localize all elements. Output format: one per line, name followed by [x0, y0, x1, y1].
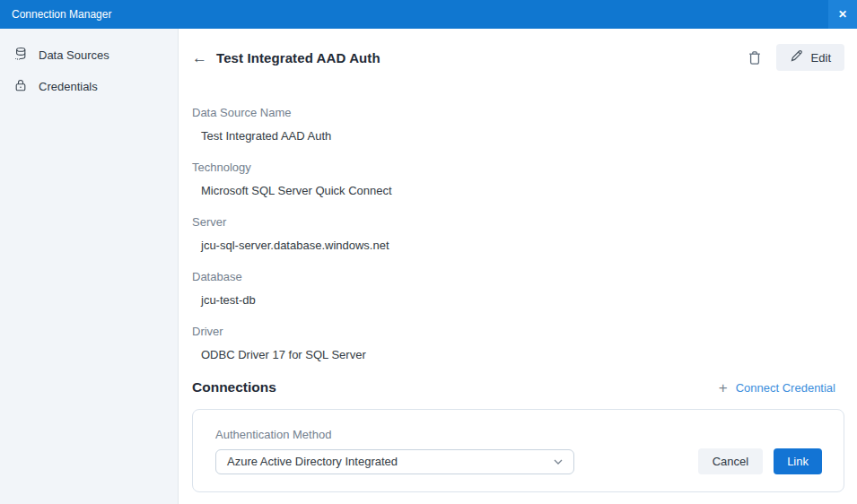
chevron-down-icon	[554, 455, 563, 468]
sidebar-item-data-sources[interactable]: Data Sources	[0, 39, 178, 71]
field-label: Database	[192, 270, 844, 283]
field-label: Server	[192, 215, 844, 229]
connections-heading: Connections	[192, 379, 276, 395]
field-data-source-name: Data Source Name Test Integrated AAD Aut…	[192, 106, 844, 143]
edit-button-label: Edit	[811, 51, 831, 65]
field-value: jcu-test-db	[192, 293, 844, 307]
field-label: Driver	[192, 325, 844, 338]
auth-method-label: Authentication Method	[215, 428, 822, 441]
database-icon	[13, 47, 28, 64]
auth-method-value: Azure Active Directory Integrated	[227, 455, 398, 468]
close-icon[interactable]: ✕	[828, 0, 857, 29]
link-button[interactable]: Link	[774, 448, 822, 474]
main-panel: ← Test Integrated AAD Auth	[179, 29, 857, 504]
sidebar: Data Sources Credentials	[0, 29, 179, 504]
field-label: Technology	[192, 161, 844, 174]
sidebar-item-label: Credentials	[39, 80, 98, 93]
sidebar-item-credentials[interactable]: Credentials	[0, 71, 178, 102]
window-title: Connection Manager	[0, 8, 111, 21]
connections-header: Connections + Connect Credential	[192, 379, 844, 395]
field-server: Server jcu-sql-server.database.windows.n…	[192, 215, 844, 252]
field-driver: Driver ODBC Driver 17 for SQL Server	[192, 325, 844, 361]
sidebar-item-label: Data Sources	[39, 48, 109, 62]
edit-button[interactable]: Edit	[776, 44, 844, 71]
field-value: Test Integrated AAD Auth	[192, 129, 844, 143]
page-title: Test Integrated AAD Auth	[216, 50, 380, 65]
header-actions: Edit	[747, 44, 844, 71]
pencil-icon	[790, 49, 803, 65]
auth-method-select[interactable]: Azure Active Directory Integrated	[215, 449, 574, 474]
field-value: ODBC Driver 17 for SQL Server	[192, 348, 844, 361]
field-database: Database jcu-test-db	[192, 270, 844, 307]
delete-button[interactable]	[747, 49, 763, 66]
plus-icon: +	[719, 380, 728, 395]
back-arrow-icon[interactable]: ←	[192, 50, 207, 65]
titlebar: Connection Manager ✕	[0, 0, 857, 29]
cancel-button[interactable]: Cancel	[698, 448, 763, 474]
field-label: Data Source Name	[192, 106, 844, 119]
field-technology: Technology Microsoft SQL Server Quick Co…	[192, 161, 844, 197]
field-value: Microsoft SQL Server Quick Connect	[192, 184, 844, 197]
connection-card: Authentication Method Azure Active Direc…	[192, 409, 844, 492]
connect-credential-link[interactable]: + Connect Credential	[719, 380, 844, 395]
card-buttons: Cancel Link	[698, 448, 822, 474]
connect-credential-label: Connect Credential	[736, 381, 835, 395]
lock-icon	[13, 78, 28, 95]
field-value: jcu-sql-server.database.windows.net	[192, 239, 844, 252]
page-header: ← Test Integrated AAD Auth	[192, 45, 844, 70]
